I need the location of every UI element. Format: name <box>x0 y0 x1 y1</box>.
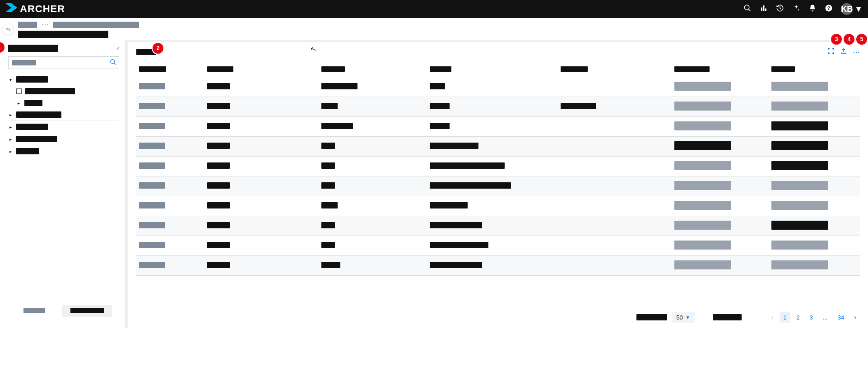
page-size-select[interactable]: 50 ▼ <box>672 312 694 323</box>
bell-icon[interactable] <box>808 4 817 14</box>
col-header[interactable] <box>674 66 710 72</box>
breadcrumb-segment[interactable] <box>18 22 37 28</box>
cell <box>430 262 482 268</box>
action-button[interactable] <box>771 141 828 150</box>
tree-node[interactable]: ▸ <box>8 109 119 121</box>
action-button[interactable] <box>771 260 828 269</box>
action-button[interactable] <box>674 201 731 210</box>
tree-label <box>16 148 39 154</box>
breadcrumb-ellipsis-icon[interactable]: ⋯ <box>42 22 49 28</box>
grid-row[interactable] <box>136 176 860 196</box>
grid-row[interactable] <box>136 157 860 176</box>
action-button[interactable] <box>674 121 731 130</box>
chevron-right-icon[interactable]: ▸ <box>8 112 13 117</box>
col-header[interactable] <box>430 66 451 72</box>
action-button[interactable] <box>674 260 731 269</box>
action-button[interactable] <box>771 161 828 170</box>
search-icon[interactable] <box>110 59 116 67</box>
checkbox[interactable] <box>16 88 22 94</box>
action-button[interactable] <box>674 181 731 190</box>
sidebar-secondary-button[interactable] <box>15 305 53 317</box>
collapse-sidebar-icon[interactable]: ‹ <box>117 45 119 52</box>
cell-link[interactable] <box>139 242 165 248</box>
chevron-right-icon[interactable]: ▸ <box>8 149 13 154</box>
history-icon[interactable] <box>776 4 784 14</box>
chevron-right-icon[interactable]: ▸ <box>8 125 13 130</box>
pager-page[interactable]: 34 <box>834 312 848 323</box>
cell-link[interactable] <box>139 103 165 109</box>
cell-link[interactable] <box>139 123 165 129</box>
action-button[interactable] <box>771 201 828 210</box>
grid-row[interactable] <box>136 196 860 216</box>
col-header[interactable] <box>139 66 166 72</box>
tree-node[interactable]: ▸ <box>8 121 119 133</box>
grid-row[interactable] <box>136 97 860 117</box>
topbar-actions: ? KB ▼ <box>743 3 863 15</box>
svg-line-9 <box>114 63 116 65</box>
action-button[interactable] <box>771 181 828 190</box>
action-button[interactable] <box>674 141 731 150</box>
cell <box>321 143 335 149</box>
breadcrumb-segment[interactable] <box>53 22 139 28</box>
svg-text:?: ? <box>827 5 830 10</box>
fullscreen-icon[interactable] <box>827 47 835 56</box>
tree-node[interactable]: ▸ <box>16 97 119 109</box>
more-icon[interactable]: ⋯ <box>853 48 860 56</box>
callout-badge-2: 2 <box>153 43 163 54</box>
col-header[interactable] <box>561 66 588 72</box>
grid-row[interactable] <box>136 236 860 256</box>
tree-node[interactable]: ▸ <box>8 133 119 145</box>
reports-icon[interactable] <box>760 4 768 14</box>
grid-row[interactable] <box>136 216 860 236</box>
export-icon[interactable] <box>840 47 847 56</box>
user-menu[interactable]: KB ▼ <box>841 3 863 15</box>
action-button[interactable] <box>674 102 731 111</box>
sidebar-primary-button[interactable] <box>62 305 112 317</box>
chevron-right-icon[interactable]: ▸ <box>8 137 13 142</box>
chevron-down-icon[interactable]: ▾ <box>8 77 13 82</box>
grid-row[interactable] <box>136 77 860 97</box>
grid-row[interactable] <box>136 117 860 137</box>
cell-link[interactable] <box>139 83 165 89</box>
cell-link[interactable] <box>139 162 165 169</box>
grid-row[interactable] <box>136 137 860 157</box>
action-button[interactable] <box>674 161 731 170</box>
pager-page[interactable]: 2 <box>793 312 803 323</box>
action-button[interactable] <box>771 102 828 111</box>
grid-row[interactable] <box>136 256 860 276</box>
sidebar-title <box>8 45 58 52</box>
action-button[interactable] <box>674 221 731 230</box>
pager-next-icon[interactable]: › <box>850 312 860 323</box>
cell-link[interactable] <box>139 262 165 268</box>
cell-link[interactable] <box>139 222 165 228</box>
col-header[interactable] <box>207 66 233 72</box>
tree-node[interactable]: ▸ <box>8 145 119 157</box>
action-button[interactable] <box>674 241 731 250</box>
col-header[interactable] <box>321 66 345 72</box>
pager-prev-icon[interactable]: ‹ <box>768 312 777 323</box>
col-header[interactable] <box>771 66 795 72</box>
sparkle-icon[interactable] <box>792 4 800 14</box>
action-button[interactable] <box>771 221 828 230</box>
cell-link[interactable] <box>139 202 165 208</box>
cell <box>321 242 335 248</box>
callout-badge-5: 5 <box>856 34 867 45</box>
action-button[interactable] <box>674 82 731 91</box>
grid-header-row <box>136 63 860 77</box>
action-button[interactable] <box>771 121 828 130</box>
sidebar-toggle-icon[interactable]: ≡› <box>2 23 14 36</box>
cell-link[interactable] <box>139 182 165 189</box>
help-icon[interactable]: ? <box>825 4 833 14</box>
pager-page[interactable]: 1 <box>780 312 790 323</box>
action-button[interactable] <box>771 241 828 250</box>
action-button[interactable] <box>771 82 828 91</box>
cell-link[interactable] <box>139 143 165 149</box>
chevron-right-icon[interactable]: ▸ <box>16 101 21 106</box>
pager-page[interactable]: 3 <box>806 312 817 323</box>
tree-node[interactable]: ▾ <box>8 74 119 85</box>
callout-badge-3: 3 <box>831 34 842 45</box>
tree-node[interactable] <box>16 85 119 97</box>
search-icon[interactable] <box>743 4 752 14</box>
brand-logo: ARCHER <box>5 3 65 15</box>
svg-rect-4 <box>763 5 765 11</box>
